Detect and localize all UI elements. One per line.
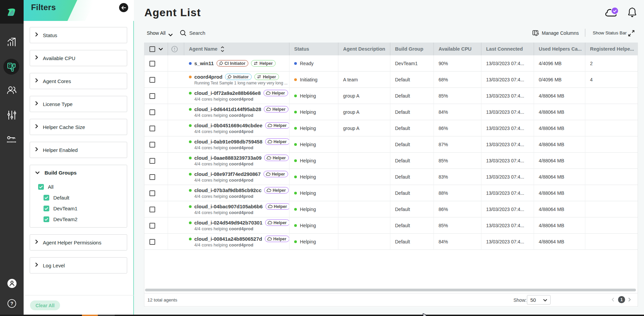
svg-text:?: ?: [10, 301, 13, 306]
